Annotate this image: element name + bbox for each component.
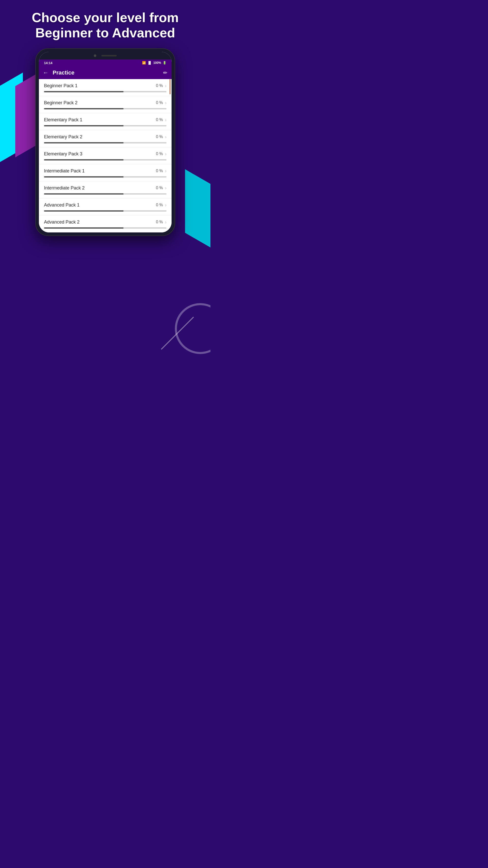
pack-name: Elementary Pack 3 xyxy=(44,151,83,157)
pack-percent: 0 % xyxy=(156,84,163,88)
status-time: 14:14 xyxy=(44,61,52,65)
pack-name: Beginner Pack 1 xyxy=(44,83,77,89)
list-item[interactable]: Elementary Pack 3 0 % › xyxy=(39,147,171,164)
progress-bar-bg xyxy=(44,159,166,160)
toolbar-title: Practice xyxy=(53,69,163,76)
progress-bar-fill xyxy=(44,210,124,212)
pack-percent: 0 % xyxy=(156,168,163,173)
chevron-right-icon: › xyxy=(165,83,166,89)
pack-percent: 0 % xyxy=(156,186,163,190)
packs-list: Beginner Pack 1 0 % › Beginner Pack 2 0 … xyxy=(39,79,171,232)
chevron-right-icon: › xyxy=(165,203,166,208)
progress-bar-bg xyxy=(44,193,166,194)
progress-bar-bg xyxy=(44,227,166,229)
pack-percent: 0 % xyxy=(156,203,163,207)
progress-bar-bg xyxy=(44,142,166,144)
list-item[interactable]: Intermediate Pack 1 0 % › xyxy=(39,164,171,181)
progress-bar-fill xyxy=(44,125,124,126)
progress-bar-bg xyxy=(44,108,166,110)
pack-name: Elementary Pack 1 xyxy=(44,117,83,123)
pack-percent: 0 % xyxy=(156,152,163,156)
pack-right: 0 % › xyxy=(156,185,166,191)
phone-notch xyxy=(39,52,171,60)
chevron-right-icon: › xyxy=(165,117,166,123)
pack-name: Advanced Pack 2 xyxy=(44,219,79,225)
edit-button[interactable]: ✏ xyxy=(163,70,167,76)
progress-bar-fill xyxy=(44,176,124,178)
progress-bar-fill xyxy=(44,227,124,229)
list-item[interactable]: Beginner Pack 2 0 % › xyxy=(39,96,171,113)
pack-percent: 0 % xyxy=(156,220,163,224)
list-item[interactable]: Advanced Pack 2 0 % › xyxy=(39,215,171,232)
signal-icon: ▐▌ xyxy=(148,61,152,65)
pack-right: 0 % › xyxy=(156,203,166,208)
chevron-right-icon: › xyxy=(165,168,166,174)
battery-text: 100% xyxy=(153,61,161,65)
progress-bar-bg xyxy=(44,210,166,212)
progress-bar-fill xyxy=(44,91,124,92)
chevron-right-icon: › xyxy=(165,219,166,225)
progress-bar-bg xyxy=(44,91,166,92)
page-title: Choose your level from Beginner to Advan… xyxy=(10,10,200,41)
pack-right: 0 % › xyxy=(156,100,166,105)
list-item[interactable]: Elementary Pack 2 0 % › xyxy=(39,130,171,147)
list-item[interactable]: Advanced Pack 1 0 % › xyxy=(39,198,171,215)
status-bar: 14:14 📶 ▐▌ 100% 🔋 xyxy=(39,60,171,66)
phone-frame: 14:14 📶 ▐▌ 100% 🔋 ← Practice ✏ B xyxy=(35,48,175,236)
pack-percent: 0 % xyxy=(156,134,163,139)
battery-icon: 🔋 xyxy=(163,61,166,65)
progress-bar-fill xyxy=(44,193,124,194)
wifi-icon: 📶 xyxy=(142,61,146,65)
pack-name: Advanced Pack 1 xyxy=(44,203,79,208)
progress-bar-bg xyxy=(44,176,166,178)
bg-decoration-circle xyxy=(175,303,210,354)
progress-bar-fill xyxy=(44,159,124,160)
app-toolbar: ← Practice ✏ xyxy=(39,66,171,79)
phone-mockup: 14:14 📶 ▐▌ 100% 🔋 ← Practice ✏ B xyxy=(0,48,210,236)
chevron-right-icon: › xyxy=(165,134,166,140)
chevron-right-icon: › xyxy=(165,100,166,105)
page-header: Choose your level from Beginner to Advan… xyxy=(0,0,210,48)
chevron-right-icon: › xyxy=(165,185,166,191)
list-item[interactable]: Beginner Pack 1 0 % › xyxy=(39,79,171,96)
phone-screen: 14:14 📶 ▐▌ 100% 🔋 ← Practice ✏ B xyxy=(39,52,171,232)
pack-percent: 0 % xyxy=(156,118,163,122)
pack-right: 0 % › xyxy=(156,219,166,225)
pack-right: 0 % › xyxy=(156,151,166,157)
progress-bar-bg xyxy=(44,125,166,126)
camera-icon xyxy=(94,55,96,57)
pack-right: 0 % › xyxy=(156,134,166,140)
chevron-right-icon: › xyxy=(165,151,166,157)
back-button[interactable]: ← xyxy=(43,69,48,76)
speaker-icon xyxy=(101,55,117,57)
pack-right: 0 % › xyxy=(156,83,166,89)
pack-right: 0 % › xyxy=(156,168,166,174)
pack-percent: 0 % xyxy=(156,100,163,105)
list-item[interactable]: Elementary Pack 1 0 % › xyxy=(39,113,171,130)
list-item[interactable]: Intermediate Pack 2 0 % › xyxy=(39,181,171,198)
pack-name: Elementary Pack 2 xyxy=(44,134,83,140)
pack-name: Beginner Pack 2 xyxy=(44,100,77,105)
status-icons: 📶 ▐▌ 100% 🔋 xyxy=(142,61,166,65)
progress-bar-fill xyxy=(44,108,124,110)
pack-name: Intermediate Pack 2 xyxy=(44,185,85,191)
progress-bar-fill xyxy=(44,142,124,144)
pack-name: Intermediate Pack 1 xyxy=(44,168,85,174)
pack-right: 0 % › xyxy=(156,117,166,123)
